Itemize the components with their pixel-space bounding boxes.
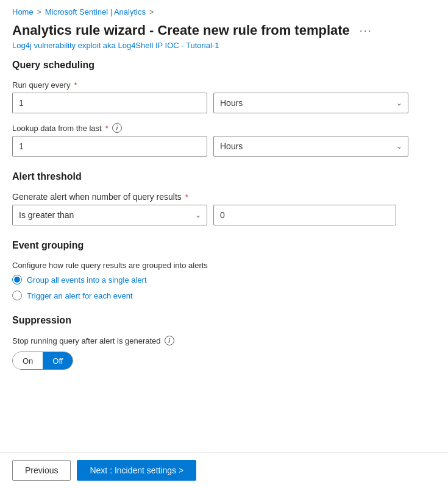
radio-trigger-each-label: Trigger an alert for each event	[27, 291, 133, 300]
run-query-unit-select-wrap: Minutes Hours Days ⌄	[213, 93, 408, 113]
previous-button[interactable]: Previous	[12, 460, 71, 481]
ellipsis-menu-button[interactable]: ···	[356, 23, 376, 38]
radio-group-all-input[interactable]	[12, 275, 22, 285]
query-scheduling-title: Query scheduling	[12, 60, 436, 71]
toggle-on-button[interactable]: On	[13, 352, 43, 369]
radio-group-all[interactable]: Group all events into a single alert	[12, 275, 436, 285]
run-query-row: Run query every * Minutes Hours Days ⌄	[12, 80, 436, 113]
suppression-stop-label: Stop running query after alert is genera…	[12, 336, 436, 345]
threshold-label-row: Generate alert when number of query resu…	[12, 192, 436, 202]
threshold-value-input[interactable]	[213, 205, 396, 225]
page-subtitle: Log4j vulnerability exploit aka Log4Shel…	[0, 40, 448, 60]
event-grouping-title: Event grouping	[12, 240, 436, 251]
threshold-form-row: Generate alert when number of query resu…	[12, 192, 436, 225]
suppression-info-icon[interactable]: i	[165, 336, 174, 345]
threshold-required: *	[185, 193, 188, 202]
suppression-toggle[interactable]: On Off	[12, 352, 73, 370]
threshold-condition-select-wrap: Is greater than Is less than Is equal to…	[12, 205, 207, 225]
lookup-data-unit-select[interactable]: Minutes Hours Days	[213, 136, 408, 157]
lookup-data-row: Lookup data from the last * i Minutes Ho…	[12, 123, 436, 157]
run-query-label: Run query every *	[12, 80, 436, 90]
toggle-off-button[interactable]: Off	[43, 352, 73, 369]
lookup-data-unit-select-wrap: Minutes Hours Days ⌄	[213, 136, 408, 157]
next-button[interactable]: Next : Incident settings >	[77, 460, 196, 481]
suppression-section: Suppression Stop running query after ale…	[12, 315, 436, 370]
breadcrumb-sep1: >	[37, 8, 41, 16]
lookup-data-required: *	[105, 124, 108, 133]
run-query-required: *	[74, 80, 77, 90]
query-scheduling-section: Query scheduling Run query every * Minut…	[12, 60, 436, 157]
radio-group-all-label: Group all events into a single alert	[27, 275, 147, 285]
threshold-condition-select[interactable]: Is greater than Is less than Is equal to…	[12, 205, 207, 225]
lookup-data-info-icon[interactable]: i	[112, 123, 122, 133]
threshold-generate-label: Generate alert when number of query resu…	[12, 192, 182, 202]
radio-trigger-each[interactable]: Trigger an alert for each event	[12, 291, 436, 300]
breadcrumb: Home > Microsoft Sentinel | Analytics >	[0, 0, 448, 20]
event-grouping-radio-group: Group all events into a single alert Tri…	[12, 275, 436, 300]
event-grouping-section: Event grouping Configure how rule query …	[12, 240, 436, 300]
breadcrumb-sentinel[interactable]: Microsoft Sentinel | Analytics	[45, 7, 146, 16]
event-grouping-configure-text: Configure how rule query results are gro…	[12, 261, 436, 270]
lookup-data-label: Lookup data from the last * i	[12, 123, 436, 133]
alert-threshold-title: Alert threshold	[12, 171, 436, 182]
footer: Previous Next : Incident settings >	[0, 452, 448, 488]
run-query-value-input[interactable]	[12, 93, 207, 113]
run-query-unit-select[interactable]: Minutes Hours Days	[213, 93, 408, 113]
breadcrumb-home[interactable]: Home	[12, 7, 34, 16]
alert-threshold-section: Alert threshold Generate alert when numb…	[12, 171, 436, 225]
breadcrumb-sep2: >	[149, 8, 154, 16]
suppression-title: Suppression	[12, 315, 436, 326]
lookup-data-value-input[interactable]	[12, 136, 207, 157]
page-title: Analytics rule wizard - Create new rule …	[12, 23, 350, 38]
page-title-area: Analytics rule wizard - Create new rule …	[0, 20, 448, 40]
radio-trigger-each-input[interactable]	[12, 291, 22, 300]
